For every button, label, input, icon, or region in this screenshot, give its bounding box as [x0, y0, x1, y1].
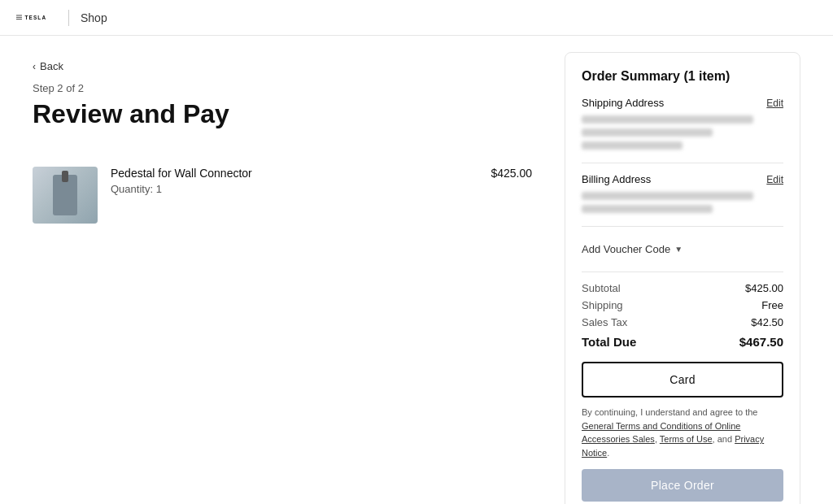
order-summary-panel: Order Summary (1 item) Shipping Address …: [565, 52, 800, 504]
legal-text-mid2: , and: [713, 434, 735, 444]
billing-address-header: Billing Address Edit: [582, 173, 783, 185]
shipping-address-line-2: [582, 128, 713, 137]
total-row: Total Due $467.50: [582, 335, 783, 349]
product-details: Pedestal for Wall Connector Quantity: 1: [111, 167, 478, 195]
svg-rect-1: [16, 16, 22, 17]
product-image-inner: [33, 167, 98, 224]
divider-1: [582, 163, 783, 163]
header: TESLA Shop: [0, 0, 833, 36]
subtotal-label: Subtotal: [582, 282, 621, 294]
page-title: Review and Pay: [33, 99, 532, 129]
tesla-logo-icon: TESLA: [16, 10, 57, 26]
sales-tax-row: Sales Tax $42.50: [582, 316, 783, 328]
shipping-value: Free: [761, 299, 783, 311]
shipping-address-section: Shipping Address Edit: [582, 97, 783, 150]
voucher-label: Add Voucher Code: [582, 243, 670, 255]
voucher-row[interactable]: Add Voucher Code ▼: [582, 237, 783, 262]
sales-tax-value: $42.50: [751, 316, 783, 328]
shipping-row: Shipping Free: [582, 299, 783, 311]
shipping-address-line-1: [582, 115, 753, 124]
step-label: Step 2 of 2: [33, 82, 532, 94]
legal-link-tou[interactable]: Terms of Use: [660, 434, 713, 444]
product-quantity: Quantity: 1: [111, 183, 478, 195]
back-link[interactable]: ‹ Back: [33, 60, 532, 72]
header-divider: [68, 10, 69, 26]
main-container: ‹ Back Step 2 of 2 Review and Pay Pedest…: [0, 36, 833, 504]
subtotal-row: Subtotal $425.00: [582, 282, 783, 294]
legal-text: By continuing, I understand and agree to…: [582, 406, 783, 459]
legal-text-end: .: [607, 448, 609, 458]
billing-address-line-1: [582, 192, 753, 200]
billing-address-section: Billing Address Edit: [582, 173, 783, 213]
subtotal-value: $425.00: [745, 282, 783, 294]
svg-rect-0: [16, 15, 22, 15]
divider-2: [582, 226, 783, 227]
svg-text:TESLA: TESLA: [24, 15, 46, 20]
product-price: $425.00: [491, 167, 532, 180]
product-row: Pedestal for Wall Connector Quantity: 1 …: [33, 154, 532, 237]
billing-address-line-2: [582, 205, 713, 213]
legal-text-pre: By continuing, I understand and agree to…: [582, 407, 758, 417]
back-chevron-icon: ‹: [33, 61, 36, 72]
svg-rect-2: [16, 19, 22, 20]
total-value: $467.50: [739, 335, 783, 349]
back-label: Back: [40, 60, 63, 72]
shipping-address-header: Shipping Address Edit: [582, 97, 783, 109]
card-button[interactable]: Card: [582, 362, 783, 398]
left-content: ‹ Back Step 2 of 2 Review and Pay Pedest…: [33, 36, 532, 504]
product-name: Pedestal for Wall Connector: [111, 167, 478, 180]
sales-tax-label: Sales Tax: [582, 316, 627, 328]
divider-3: [582, 272, 783, 272]
billing-edit-link[interactable]: Edit: [766, 174, 783, 185]
billing-address-label: Billing Address: [582, 173, 651, 185]
place-order-button[interactable]: Place Order: [582, 469, 783, 502]
product-image: [33, 167, 98, 224]
shipping-edit-link[interactable]: Edit: [766, 98, 783, 109]
shipping-address-label: Shipping Address: [582, 97, 664, 109]
shop-link[interactable]: Shop: [81, 11, 107, 24]
shipping-address-line-3: [582, 141, 683, 150]
chevron-down-icon: ▼: [674, 245, 683, 254]
order-summary-title: Order Summary (1 item): [582, 69, 783, 84]
tesla-logo: TESLA: [16, 10, 57, 26]
shipping-label: Shipping: [582, 299, 623, 311]
total-label: Total Due: [582, 335, 636, 349]
